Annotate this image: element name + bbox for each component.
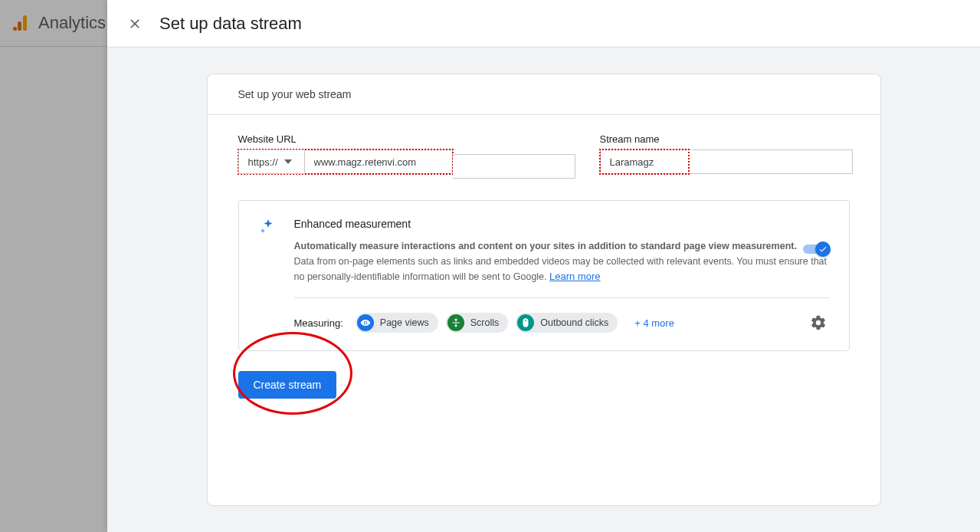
scroll-icon <box>447 314 464 331</box>
chip-scrolls: Scrolls <box>446 313 509 333</box>
enhanced-bold-line: Automatically measure interactions and c… <box>294 239 829 254</box>
panel-title: Set up data stream <box>159 14 302 34</box>
mouse-icon <box>517 314 534 331</box>
check-icon <box>818 245 828 254</box>
url-group: https:// <box>238 149 453 174</box>
stream-name-field: Stream name <box>600 133 853 179</box>
stream-card: Set up your web stream Website URL https… <box>207 74 881 506</box>
product-name: Analytics <box>38 13 106 33</box>
enhanced-measurement-box: Enhanced measurement Automatically measu… <box>238 200 850 351</box>
svg-rect-1 <box>18 21 21 31</box>
gear-icon[interactable] <box>808 312 829 333</box>
chip-scrolls-label: Scrolls <box>470 317 500 328</box>
create-stream-button[interactable]: Create stream <box>238 371 337 399</box>
stream-name-label: Stream name <box>600 133 853 145</box>
card-header: Set up your web stream <box>208 74 880 115</box>
enhanced-toggle[interactable] <box>803 242 829 256</box>
eye-icon <box>357 314 374 331</box>
svg-point-2 <box>13 27 17 31</box>
chip-page-views-label: Page views <box>380 317 429 328</box>
website-url-input[interactable] <box>304 149 453 174</box>
fields-row: Website URL https:// <box>238 133 850 179</box>
chevron-down-icon <box>284 159 292 164</box>
chip-outbound-label: Outbound clicks <box>540 317 608 328</box>
sparkle-icon <box>259 218 277 236</box>
analytics-logo: Analytics <box>12 13 106 33</box>
setup-panel: Set up data stream Set up your web strea… <box>107 0 980 532</box>
protocol-select[interactable]: https:// <box>238 149 304 174</box>
close-icon[interactable] <box>126 15 144 33</box>
measuring-label: Measuring: <box>294 317 343 329</box>
enhanced-desc-line: Data from on-page elements such as links… <box>294 256 828 282</box>
svg-rect-0 <box>23 15 27 31</box>
chip-page-views: Page views <box>356 313 438 333</box>
stream-name-wrapper <box>600 149 853 174</box>
chip-outbound: Outbound clicks <box>516 313 618 333</box>
website-url-field: Website URL https:// <box>238 133 453 179</box>
website-url-label: Website URL <box>238 133 453 145</box>
panel-header: Set up data stream <box>107 0 980 48</box>
measuring-row: Measuring: Page views Scrolls <box>294 297 829 333</box>
analytics-logo-icon <box>12 14 31 32</box>
panel-body: Set up your web stream Website URL https… <box>107 48 980 532</box>
more-link[interactable]: + 4 more <box>634 317 674 329</box>
learn-more-link[interactable]: Learn more <box>549 271 600 282</box>
url-input-extension[interactable] <box>453 154 575 179</box>
protocol-value: https:// <box>248 156 278 168</box>
card-body: Website URL https:// <box>208 115 880 420</box>
enhanced-title: Enhanced measurement <box>294 218 829 230</box>
enhanced-content: Enhanced measurement Automatically measu… <box>294 218 829 284</box>
stream-name-input[interactable] <box>600 149 853 174</box>
enhanced-header: Enhanced measurement Automatically measu… <box>259 218 829 284</box>
